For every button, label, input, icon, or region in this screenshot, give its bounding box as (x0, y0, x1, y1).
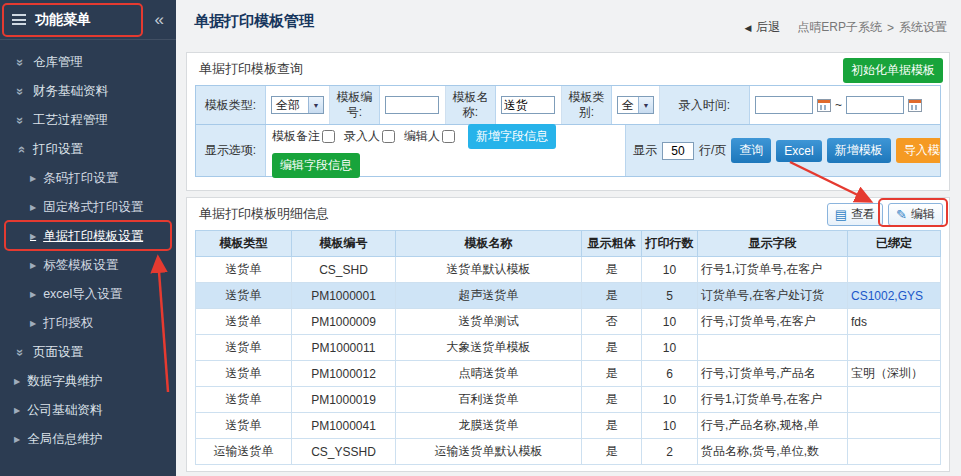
cell-bound (848, 257, 941, 283)
cell-show-bold: 是 (582, 283, 642, 309)
entry-time-cell: ~ (750, 86, 940, 124)
sidebar-item-global-info[interactable]: ▶ 全局信息维护 (0, 425, 176, 454)
cell-display-fields: 行号,订货单号,产品名 (698, 361, 848, 387)
sidebar-item-label: 打印设置 (33, 141, 83, 158)
query-button[interactable]: 查询 (731, 138, 771, 163)
cell-template-no: CS_SHD (292, 257, 396, 283)
cell-print-rows: 10 (642, 413, 698, 439)
sidebar-item-label: 固定格式打印设置 (43, 199, 143, 216)
cell-show-bold: 是 (582, 335, 642, 361)
collapse-sidebar-icon[interactable]: « (155, 11, 164, 28)
edit-pencil-icon: ✎ (896, 208, 907, 221)
cell-template-type: 送货单 (196, 361, 292, 387)
cell-template-no: PM1000001 (292, 283, 396, 309)
sidebar-item-doc-print-template[interactable]: ▶ 单据打印模板设置 (0, 222, 176, 251)
sidebar-item-page-settings[interactable]: » 页面设置 (0, 338, 176, 367)
excel-button[interactable]: Excel (776, 140, 821, 162)
entry-time-to-input[interactable] (846, 96, 904, 114)
back-arrow-icon: ◀ (744, 23, 751, 33)
cell-template-name: 龙膜送货单 (396, 413, 582, 439)
view-button[interactable]: ▤ 查看 (827, 203, 883, 226)
breadcrumb-app[interactable]: 点晴ERP子系统 (797, 19, 882, 36)
template-no-label: 模板编号: (330, 86, 380, 124)
chevron-double-down-icon: » (13, 86, 28, 98)
menu-icon (12, 14, 26, 25)
sidebar-item-barcode-print[interactable]: ▶ 条码打印设置 (0, 164, 176, 193)
sidebar-item-label-template[interactable]: ▶ 标签模板设置 (0, 251, 176, 280)
cell-template-type: 送货单 (196, 335, 292, 361)
template-name-label: 模板名称: (446, 86, 496, 124)
sidebar-item-data-dictionary[interactable]: ▶ 数据字典维护 (0, 367, 176, 396)
table-row[interactable]: 送货单 PM1000011 大象送货单模板 是 10 (196, 335, 941, 361)
rows-per-page-input[interactable] (662, 142, 694, 160)
triangle-right-icon: ▶ (30, 290, 36, 299)
sidebar-item-print-settings[interactable]: » 打印设置 (0, 135, 176, 164)
sidebar-item-company-basic[interactable]: ▶ 公司基础资料 (0, 396, 176, 425)
cell-template-no: PM1000041 (292, 413, 396, 439)
options-line-2: 编辑字段信息 (272, 153, 619, 178)
entry-time-from-input[interactable] (755, 96, 813, 114)
sidebar-item-finance-basic[interactable]: » 财务基础资料 (0, 77, 176, 106)
sidebar-item-process-mgmt[interactable]: » 工艺过程管理 (0, 106, 176, 135)
table-row[interactable]: 送货单 PM1000019 百利送货单 是 10 行号1,订货单号,在客户 (196, 387, 941, 413)
cell-print-rows: 10 (642, 387, 698, 413)
edit-button[interactable]: ✎ 编辑 (888, 203, 943, 226)
edit-field-info-button[interactable]: 编辑字段信息 (272, 153, 360, 178)
init-template-button[interactable]: 初始化单据模板 (843, 58, 943, 83)
template-category-select[interactable]: 全 ▼ (617, 96, 654, 114)
template-note-checkbox[interactable] (322, 130, 335, 143)
entry-person-checkbox[interactable] (382, 130, 395, 143)
breadcrumb-page[interactable]: 系统设置 (899, 19, 947, 36)
sidebar-item-print-auth[interactable]: ▶ 打印授权 (0, 309, 176, 338)
checkbox-label-editor: 编辑人 (404, 128, 440, 145)
cell-bound (848, 335, 941, 361)
tilde-separator: ~ (835, 98, 842, 112)
triangle-right-icon: ▶ (14, 435, 20, 444)
cell-bound (848, 413, 941, 439)
sidebar-item-label: 公司基础资料 (27, 402, 102, 419)
cell-template-no: PM1000019 (292, 387, 396, 413)
sidebar-item-warehouse[interactable]: » 仓库管理 (0, 48, 176, 77)
table-row[interactable]: 运输送货单 CS_YSSHD 运输送货单默认模板 是 2 货品名称,货号,单位,… (196, 439, 941, 465)
display-options-label: 显示选项: (196, 125, 266, 176)
page-title: 单据打印模板管理 (194, 12, 314, 31)
template-name-input[interactable] (501, 96, 555, 114)
calendar-icon[interactable] (908, 99, 922, 112)
template-type-select[interactable]: 全部 ▼ (271, 96, 324, 114)
rows-unit-label: 行/页 (699, 142, 726, 159)
table-row[interactable]: 送货单 PM1000009 送货单测试 否 10 行号,订货单号,在客户 fds (196, 309, 941, 335)
add-field-info-button[interactable]: 新增字段信息 (468, 124, 556, 149)
cell-print-rows: 10 (642, 309, 698, 335)
table-row[interactable]: 送货单 PM1000001 超声送货单 是 5 订货单号,在客户处订货 CS10… (196, 283, 941, 309)
new-template-button[interactable]: 新增模板 (827, 138, 891, 163)
cell-show-bold: 是 (582, 413, 642, 439)
sidebar-item-label: 条码打印设置 (43, 170, 118, 187)
import-template-button[interactable]: 导入模板 (896, 138, 940, 163)
template-no-input[interactable] (385, 96, 439, 114)
col-header-template-no: 模板编号 (292, 231, 396, 257)
back-link[interactable]: 后退 (756, 19, 780, 36)
cell-show-bold: 否 (582, 309, 642, 335)
template-table: 模板类型 模板编号 模板名称 显示粗体 打印行数 显示字段 已绑定 送货单 CS… (195, 230, 941, 465)
editor-checkbox[interactable] (442, 130, 455, 143)
triangle-right-icon: ▶ (30, 174, 36, 183)
cell-print-rows: 10 (642, 257, 698, 283)
detail-panel: 单据打印模板明细信息 ▤ 查看 ✎ 编辑 (186, 197, 950, 472)
display-options-cell: 模板备注 录入人 编辑人 新增字段信息 编辑字段信息 (266, 125, 626, 176)
detail-panel-header: 单据打印模板明细信息 ▤ 查看 ✎ 编辑 (187, 198, 949, 230)
checkbox-label-template-note: 模板备注 (272, 128, 320, 145)
template-type-value: 全部 (276, 97, 300, 114)
table-row[interactable]: 送货单 PM1000012 点晴送货单 是 6 行号,订货单号,产品名 宝明（深… (196, 361, 941, 387)
template-no-cell (380, 86, 446, 124)
sidebar-item-fixed-format-print[interactable]: ▶ 固定格式打印设置 (0, 193, 176, 222)
cell-bound (848, 387, 941, 413)
calendar-icon[interactable] (817, 99, 831, 112)
cell-template-name: 大象送货单模板 (396, 335, 582, 361)
sidebar-item-excel-import[interactable]: ▶ excel导入设置 (0, 280, 176, 309)
table-row[interactable]: 送货单 CS_SHD 送货单默认模板 是 10 行号1,订货单号,在客户 (196, 257, 941, 283)
sidebar-header: 功能菜单 « (0, 0, 176, 40)
table-row[interactable]: 送货单 PM1000041 龙膜送货单 是 10 行号,产品名称,规格,单 (196, 413, 941, 439)
template-category-cell: 全 ▼ (612, 86, 660, 124)
sidebar-item-label: 工艺过程管理 (33, 112, 108, 129)
triangle-right-icon: ▶ (30, 203, 36, 212)
